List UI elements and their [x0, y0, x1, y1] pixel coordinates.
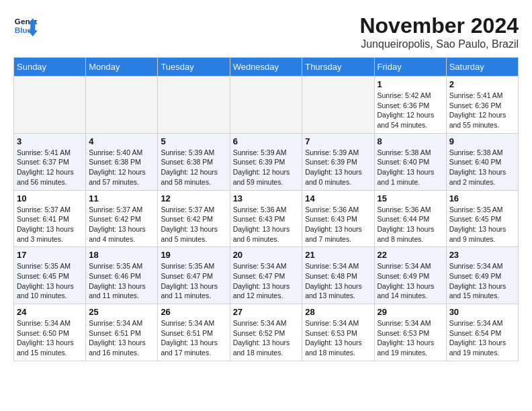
day-number: 6 [233, 136, 300, 146]
calendar-day-cell: 17Sunrise: 5:35 AM Sunset: 6:45 PM Dayli… [14, 247, 86, 304]
day-info: Sunrise: 5:35 AM Sunset: 6:45 PM Dayligh… [17, 261, 83, 301]
calendar-day-cell: 27Sunrise: 5:34 AM Sunset: 6:52 PM Dayli… [230, 304, 302, 361]
day-info: Sunrise: 5:34 AM Sunset: 6:51 PM Dayligh… [89, 318, 154, 358]
day-info: Sunrise: 5:34 AM Sunset: 6:53 PM Dayligh… [378, 318, 443, 358]
calendar-day-cell: 5Sunrise: 5:39 AM Sunset: 6:38 PM Daylig… [158, 133, 230, 190]
day-number: 2 [449, 79, 515, 89]
day-number: 9 [449, 136, 515, 146]
day-number: 22 [378, 250, 443, 260]
day-info: Sunrise: 5:38 AM Sunset: 6:40 PM Dayligh… [449, 148, 515, 187]
day-info: Sunrise: 5:36 AM Sunset: 6:43 PM Dayligh… [233, 205, 300, 244]
header-wednesday: Wednesday [230, 58, 302, 77]
day-info: Sunrise: 5:38 AM Sunset: 6:40 PM Dayligh… [378, 148, 443, 187]
calendar-day-cell: 3Sunrise: 5:41 AM Sunset: 6:37 PM Daylig… [14, 133, 86, 190]
day-number: 12 [161, 193, 226, 203]
day-number: 7 [305, 136, 371, 146]
day-info: Sunrise: 5:36 AM Sunset: 6:44 PM Dayligh… [378, 205, 443, 244]
header-saturday: Saturday [446, 58, 518, 77]
calendar-day-cell: 30Sunrise: 5:34 AM Sunset: 6:54 PM Dayli… [446, 304, 518, 361]
calendar-day-cell: 8Sunrise: 5:38 AM Sunset: 6:40 PM Daylig… [374, 133, 446, 190]
day-info: Sunrise: 5:35 AM Sunset: 6:45 PM Dayligh… [449, 205, 515, 244]
day-info: Sunrise: 5:34 AM Sunset: 6:49 PM Dayligh… [378, 261, 443, 301]
day-number: 24 [17, 307, 83, 317]
calendar-day-cell: 19Sunrise: 5:35 AM Sunset: 6:47 PM Dayli… [158, 247, 230, 304]
day-info: Sunrise: 5:34 AM Sunset: 6:54 PM Dayligh… [449, 318, 515, 358]
calendar-day-cell: 22Sunrise: 5:34 AM Sunset: 6:49 PM Dayli… [374, 247, 446, 304]
header-monday: Monday [86, 58, 158, 77]
day-number: 28 [305, 307, 371, 317]
calendar-day-cell: 25Sunrise: 5:34 AM Sunset: 6:51 PM Dayli… [86, 304, 158, 361]
header-sunday: Sunday [14, 58, 86, 77]
day-number: 1 [378, 79, 443, 89]
location-subtitle: Junqueiropolis, Sao Paulo, Brazil [359, 38, 519, 50]
day-number: 10 [17, 193, 83, 203]
calendar-day-cell: 15Sunrise: 5:36 AM Sunset: 6:44 PM Dayli… [374, 190, 446, 247]
day-info: Sunrise: 5:34 AM Sunset: 6:53 PM Dayligh… [305, 318, 371, 358]
day-number: 11 [89, 193, 154, 203]
calendar-week-row: 1Sunrise: 5:42 AM Sunset: 6:36 PM Daylig… [14, 77, 519, 134]
day-info: Sunrise: 5:41 AM Sunset: 6:36 PM Dayligh… [449, 91, 515, 130]
calendar-day-cell: 14Sunrise: 5:36 AM Sunset: 6:43 PM Dayli… [302, 190, 374, 247]
day-info: Sunrise: 5:34 AM Sunset: 6:49 PM Dayligh… [449, 261, 515, 301]
calendar-day-cell: 24Sunrise: 5:34 AM Sunset: 6:50 PM Dayli… [14, 304, 86, 361]
day-info: Sunrise: 5:34 AM Sunset: 6:47 PM Dayligh… [233, 261, 300, 301]
month-year-title: November 2024 [359, 13, 519, 38]
calendar-day-cell: 28Sunrise: 5:34 AM Sunset: 6:53 PM Dayli… [302, 304, 374, 361]
calendar-week-row: 24Sunrise: 5:34 AM Sunset: 6:50 PM Dayli… [14, 304, 519, 361]
calendar-day-cell: 21Sunrise: 5:34 AM Sunset: 6:48 PM Dayli… [302, 247, 374, 304]
day-number: 20 [233, 250, 300, 260]
day-number: 8 [378, 136, 443, 146]
day-number: 29 [378, 307, 443, 317]
day-number: 16 [449, 193, 515, 203]
day-number: 13 [233, 193, 300, 203]
day-number: 27 [233, 307, 300, 317]
calendar-day-cell: 20Sunrise: 5:34 AM Sunset: 6:47 PM Dayli… [230, 247, 302, 304]
day-info: Sunrise: 5:39 AM Sunset: 6:38 PM Dayligh… [161, 148, 226, 187]
logo: General Blue [13, 13, 38, 38]
day-number: 5 [161, 136, 226, 146]
header-tuesday: Tuesday [158, 58, 230, 77]
day-info: Sunrise: 5:39 AM Sunset: 6:39 PM Dayligh… [233, 148, 300, 187]
day-number: 21 [305, 250, 371, 260]
calendar-day-cell: 16Sunrise: 5:35 AM Sunset: 6:45 PM Dayli… [446, 190, 518, 247]
page-header: General Blue November 2024 Junqueiropoli… [13, 13, 519, 50]
svg-text:Blue: Blue [15, 26, 32, 34]
calendar-table: SundayMondayTuesdayWednesdayThursdayFrid… [13, 57, 519, 361]
day-info: Sunrise: 5:42 AM Sunset: 6:36 PM Dayligh… [378, 91, 443, 130]
header-friday: Friday [374, 58, 446, 77]
day-number: 19 [161, 250, 226, 260]
logo-icon: General Blue [13, 13, 38, 38]
day-number: 18 [89, 250, 154, 260]
title-block: November 2024 Junqueiropolis, Sao Paulo,… [359, 13, 519, 50]
calendar-day-cell: 6Sunrise: 5:39 AM Sunset: 6:39 PM Daylig… [230, 133, 302, 190]
calendar-day-cell: 4Sunrise: 5:40 AM Sunset: 6:38 PM Daylig… [86, 133, 158, 190]
day-number: 30 [449, 307, 515, 317]
calendar-day-cell [14, 77, 86, 134]
calendar-day-cell [230, 77, 302, 134]
day-info: Sunrise: 5:34 AM Sunset: 6:51 PM Dayligh… [161, 318, 226, 358]
day-info: Sunrise: 5:41 AM Sunset: 6:37 PM Dayligh… [17, 148, 83, 187]
day-number: 3 [17, 136, 83, 146]
calendar-week-row: 10Sunrise: 5:37 AM Sunset: 6:41 PM Dayli… [14, 190, 519, 247]
day-info: Sunrise: 5:37 AM Sunset: 6:41 PM Dayligh… [17, 205, 83, 244]
calendar-day-cell: 26Sunrise: 5:34 AM Sunset: 6:51 PM Dayli… [158, 304, 230, 361]
day-number: 26 [161, 307, 226, 317]
day-info: Sunrise: 5:37 AM Sunset: 6:42 PM Dayligh… [161, 205, 226, 244]
day-info: Sunrise: 5:34 AM Sunset: 6:50 PM Dayligh… [17, 318, 83, 358]
calendar-day-cell [86, 77, 158, 134]
day-number: 23 [449, 250, 515, 260]
day-info: Sunrise: 5:35 AM Sunset: 6:47 PM Dayligh… [161, 261, 226, 301]
calendar-day-cell: 23Sunrise: 5:34 AM Sunset: 6:49 PM Dayli… [446, 247, 518, 304]
day-info: Sunrise: 5:37 AM Sunset: 6:42 PM Dayligh… [89, 205, 154, 244]
calendar-day-cell: 29Sunrise: 5:34 AM Sunset: 6:53 PM Dayli… [374, 304, 446, 361]
day-info: Sunrise: 5:39 AM Sunset: 6:39 PM Dayligh… [305, 148, 371, 187]
day-info: Sunrise: 5:34 AM Sunset: 6:48 PM Dayligh… [305, 261, 371, 301]
calendar-day-cell: 18Sunrise: 5:35 AM Sunset: 6:46 PM Dayli… [86, 247, 158, 304]
day-number: 14 [305, 193, 371, 203]
calendar-day-cell: 10Sunrise: 5:37 AM Sunset: 6:41 PM Dayli… [14, 190, 86, 247]
calendar-day-cell: 9Sunrise: 5:38 AM Sunset: 6:40 PM Daylig… [446, 133, 518, 190]
day-number: 25 [89, 307, 154, 317]
calendar-week-row: 3Sunrise: 5:41 AM Sunset: 6:37 PM Daylig… [14, 133, 519, 190]
day-info: Sunrise: 5:34 AM Sunset: 6:52 PM Dayligh… [233, 318, 300, 358]
day-info: Sunrise: 5:36 AM Sunset: 6:43 PM Dayligh… [305, 205, 371, 244]
